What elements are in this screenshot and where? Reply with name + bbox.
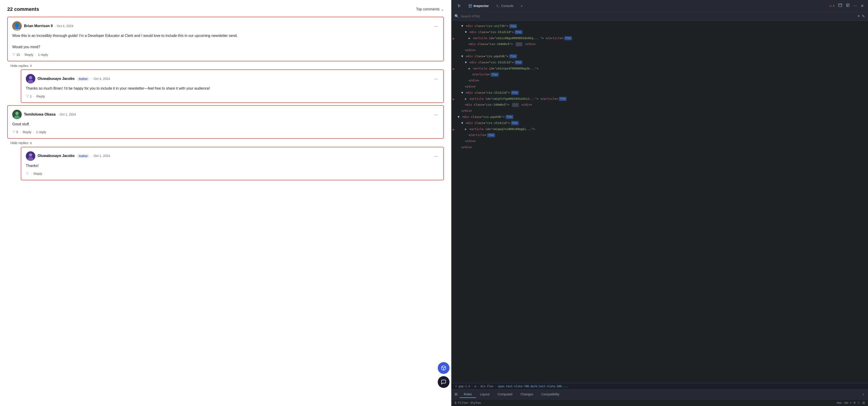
collapse-triangle[interactable]: ▼ [465, 30, 467, 34]
view-replies-button[interactable]: 1 reply [38, 53, 48, 57]
html-line[interactable]: </div> [451, 138, 868, 144]
close-button[interactable]: ✕ [859, 2, 865, 9]
html-line[interactable]: </article>flex [451, 71, 868, 77]
fab-cube-button[interactable] [438, 362, 450, 374]
collapse-triangle[interactable]: ▼ [465, 61, 467, 64]
dark-mode-button[interactable]: ☾ [858, 401, 861, 404]
collapse-triangle[interactable]: ▼ [461, 55, 463, 58]
html-line[interactable]: ▼ <div class="css-pquhdk">flex [451, 114, 868, 120]
breadcrumb-item-active[interactable]: span.text-slate-700.dark:text-slate-200.… [498, 385, 568, 388]
reply-body: Thanks so much Brian! I'd be happy for y… [26, 86, 439, 91]
html-line[interactable]: <div class="css-14dm0v5"> ··· </div> [451, 102, 868, 108]
top-comments-button[interactable]: Top comments ⌄ [416, 7, 444, 11]
collapse-triangle[interactable]: ▼ [461, 24, 463, 28]
html-line[interactable]: </div> [451, 144, 868, 150]
html-line[interactable]: </div> [451, 47, 868, 54]
html-line[interactable]: ▼ <div class="css-pquhdk">flex [451, 54, 868, 60]
settings-button[interactable]: ⊟ [862, 401, 865, 404]
html-line[interactable]: ▼ <div class="css-15idi1d">flex [451, 29, 868, 35]
view-replies-button[interactable]: 1 reply [36, 130, 46, 134]
html-line[interactable]: <div class="css-14dm0v5"> ··· </div> [451, 41, 868, 47]
html-line[interactable]: </article>flex [451, 132, 868, 138]
collapse-triangle[interactable]: ▼ [461, 91, 463, 94]
like-button[interactable]: ♡ [26, 171, 29, 176]
comment-card: Brian Morrison II · Oct 4, 2024 ··· Wow … [7, 17, 444, 61]
pick-element-button[interactable] [454, 2, 464, 9]
rules-tab[interactable]: Rules [460, 391, 476, 398]
collapse-triangle[interactable]: ▶ [468, 36, 470, 40]
comment-card: Temiloluwa Obasa · Oct 1, 2024 ··· Good … [7, 105, 444, 139]
more-options-button[interactable]: ··· [433, 112, 439, 117]
author-details: Oluwabusayo Jacobs Author · Oct 1, 2024 [38, 154, 110, 158]
breadcrumb-item[interactable]: gap-1.5 [459, 385, 470, 388]
svg-point-1 [16, 23, 19, 27]
error-badge[interactable]: ⚠ 4 [828, 3, 836, 8]
layout-tab[interactable]: Layout [476, 391, 494, 398]
reply-button[interactable]: Reply [36, 94, 45, 98]
breadcrumb-item[interactable]: a [474, 385, 476, 388]
grid-icon: ⊞ [455, 392, 458, 396]
collapse-triangle[interactable]: ▶ [465, 127, 467, 131]
light-mode-button[interactable]: ☀ [853, 401, 856, 404]
author-details: Brian Morrison II · Oct 4, 2024 [24, 24, 73, 28]
comment-actions: ♡ 10 · Reply · 1 reply [12, 53, 439, 57]
html-line[interactable]: ▼ <div class="css-15idi1d">flex [451, 120, 868, 126]
edit-html-button[interactable]: ✎ [862, 14, 865, 18]
compatibility-tab[interactable]: Compatibility [537, 391, 564, 398]
reply-label: Reply [25, 53, 33, 57]
html-line[interactable]: </div> [451, 84, 868, 90]
collapse-triangle[interactable]: ▼ [461, 121, 463, 125]
computed-tab[interactable]: Computed [494, 391, 517, 398]
add-attribute-button[interactable]: + [857, 13, 860, 19]
changes-tab[interactable]: Changes [517, 391, 537, 398]
like-button[interactable]: ♡ 10 [12, 53, 20, 57]
more-actions-button[interactable]: ··· [852, 2, 858, 9]
comments-count: 22 comments [7, 6, 39, 12]
top-comments-label: Top comments [416, 7, 439, 11]
reply-button[interactable]: Reply [23, 130, 31, 134]
add-rule-button[interactable]: + [850, 401, 851, 404]
reply-indent: Oluwabusayo Jacobs Author · Oct 4, 2024 … [21, 69, 444, 103]
search-html-input[interactable] [461, 14, 856, 18]
svg-point-4 [29, 76, 32, 79]
comment-header: Brian Morrison II · Oct 4, 2024 ··· [12, 21, 439, 31]
html-line[interactable]: ▶ ▶ <article id="cm1us98gs00090918e9kq..… [451, 35, 868, 41]
inspector-tab[interactable]: Inspector [465, 2, 492, 9]
html-line[interactable]: ▼ <div class="css-unj71b">flex [451, 23, 868, 29]
fab-chat-button[interactable] [438, 376, 450, 388]
filter-actions: :hov .cls + ☀ ☾ ⊟ [836, 401, 865, 404]
html-line[interactable]: ▶ ▶ <article id="cm1utpvdf000609mg3m..."… [451, 66, 868, 72]
more-options-button[interactable]: ··· [433, 154, 439, 159]
html-line[interactable]: ▼ <div class="css-15idi1d">flex [451, 90, 868, 96]
comment-date: · Oct 1, 2024 [58, 113, 76, 116]
heart-icon: ♡ [26, 171, 29, 176]
html-line[interactable]: ▶ ▶ <article id="cm1q7sfqa000109142hz1..… [451, 96, 868, 102]
more-options-button[interactable]: ··· [433, 76, 439, 81]
reply-button[interactable]: Reply [25, 53, 33, 57]
undock-button[interactable] [844, 2, 851, 9]
reply-button[interactable]: Reply [33, 172, 42, 175]
more-tools-button[interactable]: » [518, 2, 526, 9]
console-tab-label: Console [501, 4, 514, 8]
html-line[interactable]: </div> [451, 77, 868, 84]
html-line[interactable]: </div> [451, 108, 868, 114]
html-line[interactable]: ▶ ▶ <article id="cm1qeq7xs000c09mg6i..."… [451, 126, 868, 132]
like-button[interactable]: ♡ 1 [26, 94, 32, 98]
hide-replies-button[interactable]: Hide replies ∧ [10, 64, 32, 68]
collapse-triangle[interactable]: ▶ [468, 67, 470, 70]
hov-button[interactable]: :hov [836, 401, 842, 404]
console-tab[interactable]: Console [493, 2, 517, 9]
more-options-button[interactable]: ··· [433, 24, 439, 29]
compatibility-tab-label: Compatibility [541, 393, 559, 396]
author-name: Brian Morrison II [24, 24, 53, 28]
collapse-triangle[interactable]: ▶ [465, 97, 467, 100]
breadcrumb-item[interactable]: div.flex [480, 385, 493, 388]
collapse-triangle[interactable]: ▼ [458, 115, 460, 119]
html-line[interactable]: ▼ <div class="css-15idi1d">flex [451, 60, 868, 66]
dock-button[interactable] [837, 2, 843, 9]
like-count: 5 [16, 130, 18, 134]
hide-replies-button[interactable]: Hide replies ∧ [10, 141, 32, 145]
tab-layout-grid[interactable]: ⊞ [455, 392, 460, 397]
like-button[interactable]: ♡ 5 [12, 130, 18, 134]
cls-button[interactable]: .cls [843, 401, 848, 404]
